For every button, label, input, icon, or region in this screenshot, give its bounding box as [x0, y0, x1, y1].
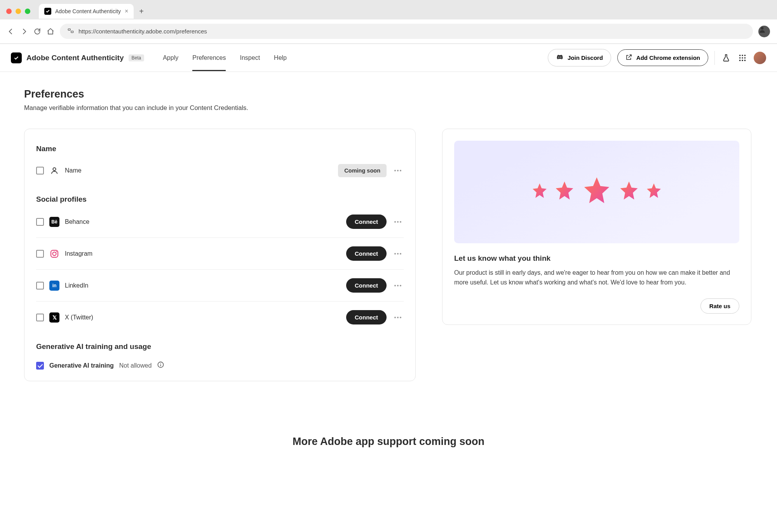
instagram-checkbox[interactable]	[36, 250, 44, 258]
star-icon	[645, 182, 663, 202]
brand-logo-icon	[11, 52, 22, 63]
nav-apply[interactable]: Apply	[163, 45, 178, 71]
instagram-connect-button[interactable]: Connect	[346, 246, 387, 261]
app-header: Adobe Content Authenticity Beta Apply Pr…	[0, 44, 777, 72]
svg-point-19	[56, 251, 57, 252]
discord-label: Join Discord	[568, 54, 603, 61]
labs-icon[interactable]	[721, 53, 731, 63]
svg-point-10	[739, 57, 741, 59]
browser-chrome: Adobe Content Authenticity × + https://c…	[0, 0, 777, 44]
instagram-row: Instagram Connect	[36, 238, 404, 270]
browser-toolbar: https://contentauthenticity.adobe.com/pr…	[0, 19, 777, 44]
svg-rect-1	[68, 29, 70, 30]
header-actions: Join Discord Add Chrome extension	[548, 49, 766, 66]
apps-grid-icon[interactable]	[737, 53, 747, 63]
svg-point-21	[160, 363, 161, 364]
tab-favicon-icon	[44, 8, 51, 15]
feedback-card: Let us know what you think Our product i…	[442, 129, 751, 325]
info-icon[interactable]	[157, 361, 164, 370]
social-section-title: Social profiles	[36, 195, 404, 204]
behance-checkbox[interactable]	[36, 218, 44, 226]
user-avatar[interactable]	[754, 52, 766, 64]
svg-point-3	[761, 27, 764, 30]
main-nav: Apply Preferences Inspect Help	[163, 45, 287, 71]
person-icon	[49, 166, 59, 176]
coming-soon-badge: Coming soon	[338, 164, 387, 177]
tab-bar: Adobe Content Authenticity × +	[0, 0, 777, 19]
stars-illustration	[454, 141, 739, 243]
more-icon[interactable]	[392, 317, 404, 318]
name-checkbox[interactable]	[36, 167, 44, 174]
ai-training-row: Generative AI training Not allowed	[36, 353, 404, 370]
instagram-label: Instagram	[65, 250, 92, 257]
external-link-icon	[625, 54, 632, 62]
svg-rect-22	[160, 365, 161, 366]
browser-profile-icon[interactable]	[758, 26, 770, 37]
tab-title: Adobe Content Authenticity	[55, 8, 121, 14]
instagram-icon	[49, 249, 59, 259]
forward-icon[interactable]	[20, 28, 28, 35]
more-icon[interactable]	[392, 285, 404, 286]
discord-icon	[556, 53, 564, 62]
svg-point-11	[742, 57, 743, 59]
behance-row: Bē Behance Connect	[36, 206, 404, 238]
star-icon	[617, 180, 641, 204]
name-row: Name Coming soon	[36, 155, 404, 186]
linkedin-checkbox[interactable]	[36, 282, 44, 290]
rate-us-button[interactable]: Rate us	[700, 298, 739, 314]
behance-connect-button[interactable]: Connect	[346, 215, 387, 229]
site-info-icon[interactable]	[67, 27, 75, 36]
brand[interactable]: Adobe Content Authenticity Beta	[11, 52, 144, 63]
nav-help[interactable]: Help	[274, 45, 287, 71]
maximize-window-icon[interactable]	[25, 9, 30, 14]
preferences-card: Name Name Coming soon Social profiles Bē…	[24, 129, 416, 381]
x-checkbox[interactable]	[36, 314, 44, 321]
beta-badge: Beta	[129, 54, 145, 61]
url-text: https://contentauthenticity.adobe.com/pr…	[78, 28, 207, 35]
add-extension-button[interactable]: Add Chrome extension	[617, 49, 708, 66]
x-row: 𝕏 X (Twitter) Connect	[36, 302, 404, 333]
svg-point-18	[53, 252, 56, 255]
home-icon[interactable]	[47, 28, 54, 35]
name-section-title: Name	[36, 145, 404, 153]
close-tab-icon[interactable]: ×	[125, 8, 128, 14]
behance-label: Behance	[65, 218, 89, 225]
more-icon[interactable]	[392, 253, 404, 255]
reload-icon[interactable]	[33, 28, 41, 35]
divider	[714, 51, 715, 65]
minimize-window-icon[interactable]	[16, 9, 21, 14]
ai-training-checkbox[interactable]	[36, 362, 44, 370]
svg-point-9	[744, 54, 746, 56]
more-icon[interactable]	[392, 170, 404, 171]
brand-title: Adobe Content Authenticity	[26, 54, 124, 62]
linkedin-connect-button[interactable]: Connect	[346, 278, 387, 293]
linkedin-label: LinkedIn	[65, 282, 89, 289]
svg-point-14	[742, 59, 743, 61]
more-icon[interactable]	[392, 221, 404, 223]
page-content: Preferences Manage verifiable informatio…	[0, 72, 777, 464]
new-tab-button[interactable]: +	[137, 7, 146, 16]
x-icon: 𝕏	[49, 312, 59, 323]
feedback-title: Let us know what you think	[454, 254, 739, 263]
back-icon[interactable]	[7, 28, 15, 35]
nav-inspect[interactable]: Inspect	[240, 45, 260, 71]
nav-preferences[interactable]: Preferences	[192, 45, 226, 71]
svg-point-8	[742, 54, 743, 56]
svg-point-12	[744, 57, 746, 59]
star-icon	[553, 180, 576, 204]
close-window-icon[interactable]	[6, 9, 12, 14]
star-icon	[530, 182, 549, 202]
svg-point-7	[739, 54, 741, 56]
browser-tab[interactable]: Adobe Content Authenticity ×	[39, 4, 134, 19]
address-bar[interactable]: https://contentauthenticity.adobe.com/pr…	[60, 24, 753, 39]
ai-training-status: Not allowed	[119, 362, 152, 369]
svg-rect-2	[71, 31, 73, 33]
join-discord-button[interactable]: Join Discord	[548, 49, 611, 66]
page-subtitle: Manage verifiable information that you c…	[24, 104, 753, 112]
footer-heading: More Adobe app support coming soon	[24, 436, 753, 448]
x-connect-button[interactable]: Connect	[346, 310, 387, 324]
linkedin-icon: in	[49, 281, 59, 291]
page-title: Preferences	[24, 88, 753, 100]
svg-point-15	[744, 59, 746, 61]
svg-point-5	[558, 57, 559, 58]
